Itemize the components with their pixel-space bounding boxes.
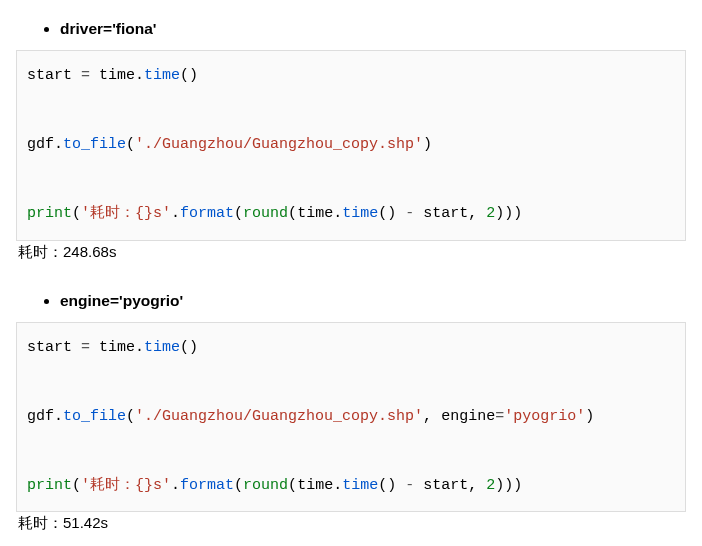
section-1-heading-list: driver='fiona' [16,18,686,40]
section-2-heading-list: engine='pyogrio' [16,290,686,312]
output-2: 耗时：51.42s [18,514,686,533]
section-1-heading: driver='fiona' [60,18,686,40]
section-2-heading: engine='pyogrio' [60,290,686,312]
code-block-1: start = time.time() gdf.to_file('./Guang… [16,50,686,241]
code-block-2: start = time.time() gdf.to_file('./Guang… [16,322,686,513]
output-1: 耗时：248.68s [18,243,686,262]
